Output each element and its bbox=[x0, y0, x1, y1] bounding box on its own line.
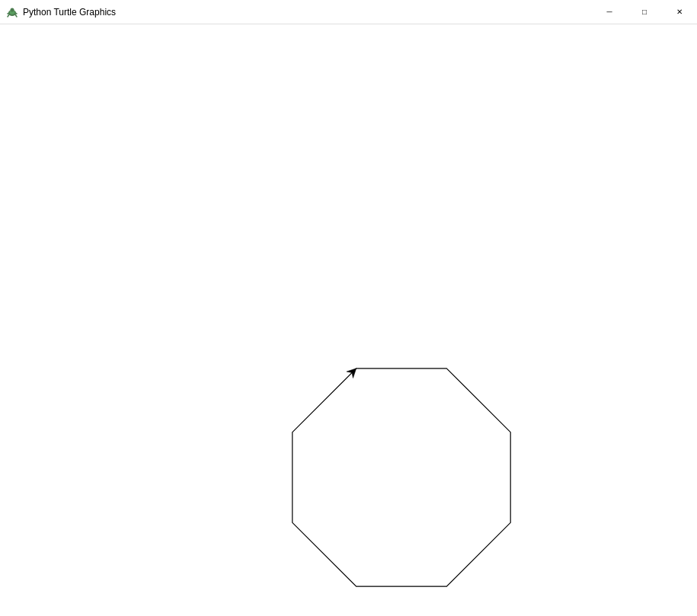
turtle-canvas bbox=[0, 24, 697, 616]
svg-line-3 bbox=[8, 14, 9, 17]
octagon-shape bbox=[293, 369, 510, 586]
canvas-area bbox=[0, 24, 697, 616]
title-bar-left: Python Turtle Graphics bbox=[6, 6, 116, 18]
svg-point-2 bbox=[11, 8, 14, 11]
minimize-button[interactable]: ─ bbox=[592, 0, 627, 24]
svg-line-4 bbox=[15, 14, 17, 17]
close-button[interactable]: ✕ bbox=[662, 0, 697, 24]
svg-line-6 bbox=[15, 13, 17, 14]
title-bar-controls: ─ □ ✕ bbox=[592, 0, 697, 24]
title-text: Python Turtle Graphics bbox=[23, 7, 116, 18]
maximize-button[interactable]: □ bbox=[627, 0, 662, 24]
title-bar: Python Turtle Graphics ─ □ ✕ bbox=[0, 0, 697, 24]
svg-line-5 bbox=[8, 13, 9, 14]
app-icon bbox=[6, 6, 18, 18]
